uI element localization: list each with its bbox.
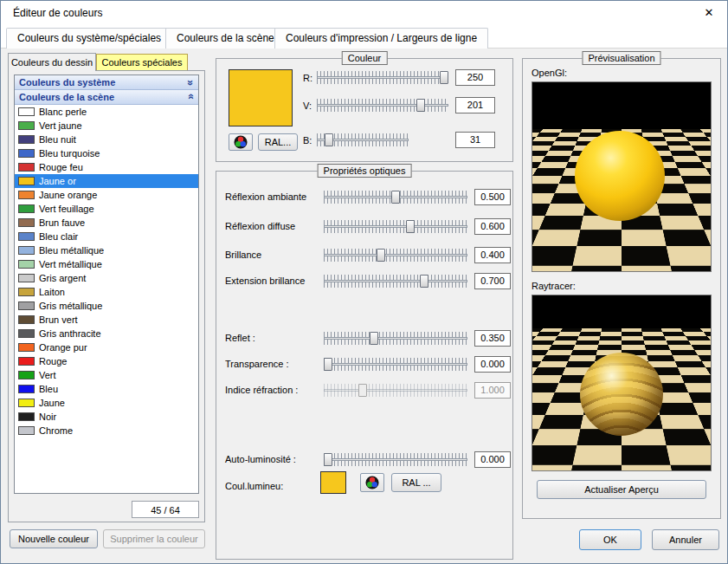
self-luminosity-label: Auto-luminosité : <box>225 454 296 464</box>
list-item[interactable]: Bleu clair <box>15 230 198 243</box>
ornate-gold-sphere <box>580 353 663 436</box>
list-item[interactable]: Blanc perle <box>15 105 198 119</box>
group-header-couleurs-scene[interactable]: Couleurs de la scène » <box>15 90 198 105</box>
shine-extension-slider[interactable] <box>324 275 467 288</box>
color-name: Vert métallique <box>39 259 102 269</box>
tab-couleurs-impression[interactable]: Couleurs d'impression / Largeurs de lign… <box>274 28 488 49</box>
color-name: Brun fauve <box>39 217 85 228</box>
chevron-double-up-icon[interactable]: » <box>188 91 193 103</box>
color-group-title: Couleur <box>342 51 388 65</box>
color-name: Jaune or <box>39 176 76 186</box>
self-luminosity-slider[interactable] <box>324 453 467 466</box>
color-swatch <box>18 232 35 241</box>
slider-thumb[interactable] <box>440 71 448 84</box>
shininess-slider[interactable] <box>324 249 467 262</box>
chevron-double-down-icon[interactable]: » <box>188 76 193 88</box>
tab-couleurs-systeme-speciales[interactable]: Couleurs du système/spéciales <box>6 28 172 49</box>
transparency-value[interactable]: 0.000 <box>474 356 511 373</box>
ral-button[interactable]: RAL... <box>258 133 298 151</box>
shine-extension-label: Extension brillance <box>225 276 305 286</box>
slider-thumb[interactable] <box>406 220 415 233</box>
slider-channel <box>324 363 467 366</box>
self-luminosity-value[interactable]: 0.000 <box>474 451 511 468</box>
channel-v-value[interactable]: 201 <box>455 97 495 113</box>
list-item[interactable]: Jaune orange <box>15 188 198 202</box>
slider-thumb[interactable] <box>324 358 332 371</box>
slider-channel <box>324 225 467 228</box>
list-item[interactable]: Jaune <box>15 396 198 410</box>
channel-b-slider[interactable] <box>317 133 409 146</box>
ok-button[interactable]: OK <box>579 529 641 550</box>
slider-thumb <box>358 384 367 397</box>
list-item[interactable]: Laiton <box>15 285 198 299</box>
list-item[interactable]: Rouge <box>15 354 198 368</box>
tab-couleurs-scene[interactable]: Couleurs de la scène <box>165 28 286 49</box>
slider-thumb[interactable] <box>377 249 385 262</box>
diffuse-reflection-value[interactable]: 0.600 <box>474 218 511 235</box>
color-listbox[interactable]: Couleurs du système » Couleurs de la scè… <box>14 75 199 494</box>
luminous-color-swatch[interactable] <box>320 471 346 494</box>
close-icon[interactable]: ✕ <box>698 4 720 22</box>
list-item-selected[interactable]: Jaune or <box>15 174 198 188</box>
slider-thumb[interactable] <box>416 99 425 112</box>
transparency-slider[interactable] <box>324 358 467 371</box>
list-item[interactable]: Orange pur <box>15 340 198 354</box>
shininess-value[interactable]: 0.400 <box>474 247 511 263</box>
luminous-ral-button[interactable]: RAL ... <box>391 473 441 492</box>
refresh-preview-button[interactable]: Actualiser Aperçu <box>537 480 706 499</box>
list-item[interactable]: Bleu métallique <box>15 243 198 257</box>
color-swatch <box>18 274 35 282</box>
list-item[interactable]: Vert feuillage <box>15 202 198 216</box>
list-item[interactable]: Vert jaune <box>15 119 198 133</box>
luminous-rgb-wheel-button[interactable] <box>360 473 384 492</box>
color-swatch <box>18 301 35 310</box>
cancel-button[interactable]: Annuler <box>652 529 719 550</box>
slider-thumb[interactable] <box>325 133 333 146</box>
list-item[interactable]: Vert métallique <box>15 257 198 271</box>
rgb-wheel-button[interactable] <box>229 133 253 151</box>
rgb-wheel-icon <box>365 476 379 489</box>
list-item[interactable]: Gris argent <box>15 271 198 285</box>
color-name: Chrome <box>39 425 73 436</box>
reflection-value[interactable]: 0.350 <box>474 330 511 347</box>
slider-thumb[interactable] <box>391 191 400 204</box>
slider-channel <box>317 76 448 79</box>
color-list-page: Couleurs du système » Couleurs de la scè… <box>8 70 205 522</box>
color-swatch <box>18 357 35 366</box>
list-item[interactable]: Bleu <box>15 382 198 396</box>
color-swatch <box>18 385 35 393</box>
shine-extension-value[interactable]: 0.700 <box>474 273 511 289</box>
list-item[interactable]: Chrome <box>15 424 198 438</box>
slider-thumb[interactable] <box>420 275 428 288</box>
channel-v-slider[interactable] <box>317 99 448 112</box>
list-item[interactable]: Noir <box>15 410 198 424</box>
diffuse-reflection-label: Réflexion diffuse <box>225 221 295 231</box>
tab-couleurs-speciales[interactable]: Couleurs spéciales <box>96 54 188 71</box>
ambient-reflection-slider[interactable] <box>324 191 467 204</box>
color-swatch <box>18 329 35 338</box>
group-header-couleurs-systeme[interactable]: Couleurs du système » <box>15 75 198 90</box>
list-item[interactable]: Gris métallique <box>15 299 198 313</box>
list-item[interactable]: Vert <box>15 368 198 382</box>
channel-b-value[interactable]: 31 <box>455 132 495 148</box>
group-header-label: Couleurs de la scène <box>19 92 114 102</box>
list-item[interactable]: Brun fauve <box>15 216 198 230</box>
reflection-slider[interactable] <box>324 332 467 345</box>
list-item[interactable]: Brun vert <box>15 313 198 327</box>
slider-thumb[interactable] <box>370 332 378 345</box>
list-item[interactable]: Gris anthracite <box>15 327 198 340</box>
ambient-reflection-value[interactable]: 0.500 <box>474 189 511 205</box>
channel-r-value[interactable]: 250 <box>455 69 495 86</box>
channel-r-slider[interactable] <box>317 71 448 84</box>
list-item[interactable]: Bleu nuit <box>15 133 198 146</box>
tab-couleurs-du-dessin[interactable]: Couleurs du dessin <box>8 53 96 71</box>
color-swatch <box>18 135 35 144</box>
slider-thumb[interactable] <box>324 453 332 466</box>
diffuse-reflection-slider[interactable] <box>324 220 467 233</box>
list-item[interactable]: Rouge feu <box>15 160 198 174</box>
channel-b-label: B: <box>303 135 312 146</box>
color-name: Gris anthracite <box>39 328 101 339</box>
new-color-button[interactable]: Nouvelle couleur <box>10 529 98 548</box>
list-item[interactable]: Bleu turquoise <box>15 146 198 160</box>
slider-channel <box>324 389 467 392</box>
